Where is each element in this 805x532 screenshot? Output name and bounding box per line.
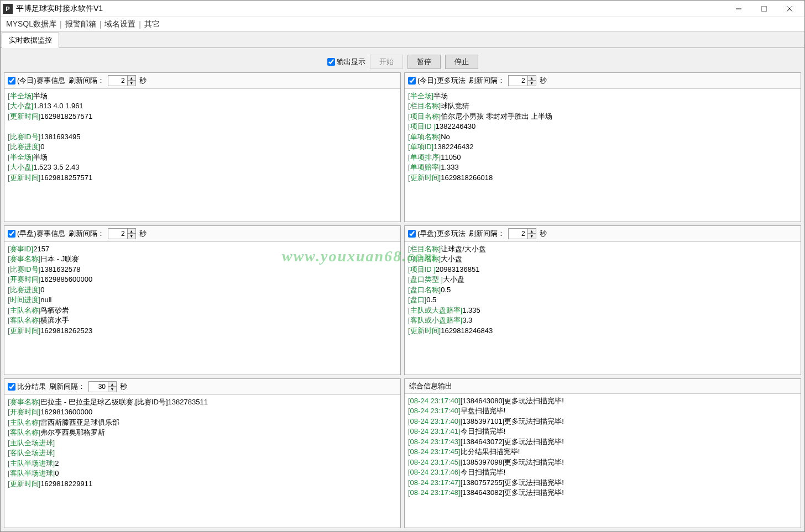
panel-header: (早盘)赛事信息 刷新间隔： 2 ▲ ▼ 秒 bbox=[4, 226, 400, 242]
log-line: [赛事名称]日本 - J联赛 bbox=[8, 254, 397, 264]
interval-value: 2 bbox=[509, 230, 527, 238]
stop-button[interactable]: 停止 bbox=[445, 55, 478, 69]
log-line: [大小盘]1.813 4.0 1.961 bbox=[8, 101, 397, 111]
interval-label: 刷新间隔： bbox=[69, 76, 104, 86]
panel-enable-checkbox[interactable]: 比分结果 bbox=[8, 382, 46, 392]
log-line: [客队半场进球]0 bbox=[8, 468, 397, 478]
log-line: [单项赔率]1.333 bbox=[408, 162, 797, 172]
spinner-up-icon[interactable]: ▲ bbox=[128, 229, 135, 234]
menu-alarm-email[interactable]: 报警邮箱 bbox=[63, 19, 98, 29]
spinner-down-icon[interactable]: ▼ bbox=[128, 234, 135, 239]
output-display-checkbox[interactable]: 输出显示 bbox=[327, 57, 365, 67]
panel-enable-checkbox[interactable]: (今日)赛事信息 bbox=[8, 76, 65, 86]
log-line: [比赛进度]0 bbox=[8, 142, 397, 152]
log-line: [项目名称]大小盘 bbox=[408, 254, 797, 264]
start-button[interactable]: 开始 bbox=[370, 55, 403, 69]
log-line: [开赛时间]1629885600000 bbox=[8, 275, 397, 285]
interval-spinner[interactable]: 2 ▲ ▼ bbox=[108, 75, 136, 86]
log-line: [半全场]半场 bbox=[408, 91, 797, 101]
log-line: [开赛时间]1629813600000 bbox=[8, 407, 397, 417]
interval-unit: 秒 bbox=[139, 229, 147, 239]
log-line: [项目名称]伯尔尼小男孩 零封对手胜出 上半场 bbox=[408, 112, 797, 122]
log-line: [08-24 23:17:41]今日扫描完毕! bbox=[408, 426, 797, 436]
spinner-down-icon[interactable]: ▼ bbox=[108, 387, 116, 392]
app-window: P 平博足球实时接水软件V1 MYSQL数据库 | 报警邮箱 | 域名设置 | … bbox=[0, 0, 805, 532]
menu-other[interactable]: 其它 bbox=[142, 19, 162, 29]
spinner-up-icon[interactable]: ▲ bbox=[108, 382, 116, 387]
log-line: [08-24 23:17:45]比分结果扫描完毕! bbox=[408, 447, 797, 457]
panel-enable-checkbox[interactable]: (早盘)赛事信息 bbox=[8, 229, 65, 239]
log-line: [单项排序]11050 bbox=[408, 152, 797, 162]
output-display-input[interactable] bbox=[327, 58, 335, 66]
log-line: [主队全场进球] bbox=[8, 438, 397, 448]
interval-unit: 秒 bbox=[540, 229, 547, 239]
panel-title: (今日)赛事信息 bbox=[17, 76, 65, 86]
spinner-down-icon[interactable]: ▼ bbox=[128, 81, 135, 86]
interval-spinner[interactable]: 30 ▲ ▼ bbox=[88, 381, 117, 392]
interval-spinner[interactable]: 2 ▲ ▼ bbox=[108, 228, 136, 239]
panel-header: (早盘)更多玩法 刷新间隔： 2 ▲ ▼ 秒 bbox=[405, 226, 801, 242]
log-line: [盘口名称]0.5 bbox=[408, 285, 797, 295]
panel-score: 比分结果 刷新间隔： 30 ▲ ▼ 秒[赛事名称]巴拉圭 - 巴拉圭足球乙级联赛… bbox=[4, 378, 401, 528]
panel-title: (早盘)更多玩法 bbox=[417, 229, 466, 239]
log-line: [更新时间]1629818266018 bbox=[408, 173, 797, 183]
panel-title: (今日)更多玩法 bbox=[417, 76, 466, 86]
spinner-up-icon[interactable]: ▲ bbox=[528, 229, 536, 234]
spinner-down-icon[interactable]: ▼ bbox=[528, 81, 536, 86]
panel-header: (今日)赛事信息 刷新间隔： 2 ▲ ▼ 秒 bbox=[4, 73, 400, 89]
window-title: 平博足球实时接水软件V1 bbox=[16, 4, 726, 14]
panel-body[interactable]: [赛事ID]2157[赛事名称]日本 - J联赛[比赛ID号]138163257… bbox=[4, 242, 400, 375]
top-controls: 输出显示 开始 暂停 停止 bbox=[4, 51, 801, 70]
tab-realtime-monitor[interactable]: 实时数据监控 bbox=[2, 33, 59, 48]
panel-body[interactable]: [栏目名称]让球盘/大小盘[项目名称]大小盘[项目ID ]20983136851… bbox=[405, 242, 801, 375]
spinner-up-icon[interactable]: ▲ bbox=[528, 76, 536, 81]
log-line: [比赛进度]0 bbox=[8, 285, 397, 295]
panel-body[interactable]: [半全场]半场[大小盘]1.813 4.0 1.961[更新时间]1629818… bbox=[4, 89, 400, 222]
panel-body[interactable]: [赛事名称]巴拉圭 - 巴拉圭足球乙级联赛,[比赛ID号]1382783511[… bbox=[4, 395, 400, 528]
log-line: [半全场]半场 bbox=[8, 91, 397, 101]
log-line: [单项名称]No bbox=[408, 132, 797, 142]
panel-body[interactable]: [08-24 23:17:40][1384643080]更多玩法扫描完毕![08… bbox=[405, 394, 801, 528]
title-bar: P 平博足球实时接水软件V1 bbox=[1, 1, 804, 17]
log-line: [赛事名称]巴拉圭 - 巴拉圭足球乙级联赛,[比赛ID号]1382783511 bbox=[8, 397, 397, 407]
panel-enable-checkbox[interactable]: (早盘)更多玩法 bbox=[408, 229, 466, 239]
log-line: [比赛ID号]1381693495 bbox=[8, 132, 397, 142]
menu-bar: MYSQL数据库 | 报警邮箱 | 域名设置 | 其它 bbox=[1, 17, 804, 31]
spinner-down-icon[interactable]: ▼ bbox=[528, 234, 536, 239]
panel-today-match: (今日)赛事信息 刷新间隔： 2 ▲ ▼ 秒[半全场]半场[大小盘]1.813 … bbox=[4, 72, 401, 222]
log-line: [栏目名称]让球盘/大小盘 bbox=[408, 244, 797, 254]
log-line: [半全场]半场 bbox=[8, 152, 397, 162]
close-button[interactable] bbox=[777, 1, 802, 17]
pause-button[interactable]: 暂停 bbox=[407, 55, 441, 69]
output-display-label: 输出显示 bbox=[337, 57, 365, 67]
interval-label: 刷新间隔： bbox=[49, 382, 85, 392]
panel-enable-checkbox[interactable]: (今日)更多玩法 bbox=[408, 76, 466, 86]
interval-spinner[interactable]: 2 ▲ ▼ bbox=[508, 75, 536, 86]
window-controls bbox=[726, 1, 802, 17]
log-line: [项目ID ]20983136851 bbox=[408, 265, 797, 275]
menu-mysql[interactable]: MYSQL数据库 bbox=[4, 19, 59, 29]
log-line: [比赛ID号]1381632578 bbox=[8, 265, 397, 275]
tab-bar: 实时数据监控 bbox=[1, 31, 804, 48]
panel-output: 综合信息输出[08-24 23:17:40][1384643080]更多玩法扫描… bbox=[404, 378, 801, 528]
log-line: [主队名称]雷西斯滕西亚足球俱乐部 bbox=[8, 418, 397, 428]
log-line: [更新时间]1629818257571 bbox=[8, 173, 397, 183]
panel-header: 综合信息输出 bbox=[405, 379, 801, 394]
log-line: [08-24 23:17:40][1385397101]更多玩法扫描完毕! bbox=[408, 417, 797, 426]
log-line: [08-24 23:17:40][1384643080]更多玩法扫描完毕! bbox=[408, 396, 797, 406]
panel-title: (早盘)赛事信息 bbox=[17, 229, 65, 239]
log-line: [大小盘]1.523 3.5 2.43 bbox=[8, 162, 397, 172]
panel-body[interactable]: [半全场]半场[栏目名称]球队竞猜[项目名称]伯尔尼小男孩 零封对手胜出 上半场… bbox=[405, 89, 801, 222]
spinner-up-icon[interactable]: ▲ bbox=[128, 76, 135, 81]
interval-spinner[interactable]: 2 ▲ ▼ bbox=[508, 228, 536, 239]
log-line: [客队或小盘赔率]3.3 bbox=[408, 315, 797, 325]
log-line: [赛事ID]2157 bbox=[8, 244, 397, 254]
minimize-button[interactable] bbox=[726, 1, 751, 17]
interval-value: 30 bbox=[89, 383, 108, 391]
menu-domain[interactable]: 域名设置 bbox=[102, 19, 138, 29]
interval-unit: 秒 bbox=[139, 76, 147, 86]
interval-value: 2 bbox=[108, 77, 127, 85]
maximize-button[interactable] bbox=[751, 1, 777, 17]
log-line: [主队名称]鸟栖砂岩 bbox=[8, 305, 397, 315]
log-line: [08-24 23:17:48][1384643082]更多玩法扫描完毕! bbox=[408, 488, 797, 498]
